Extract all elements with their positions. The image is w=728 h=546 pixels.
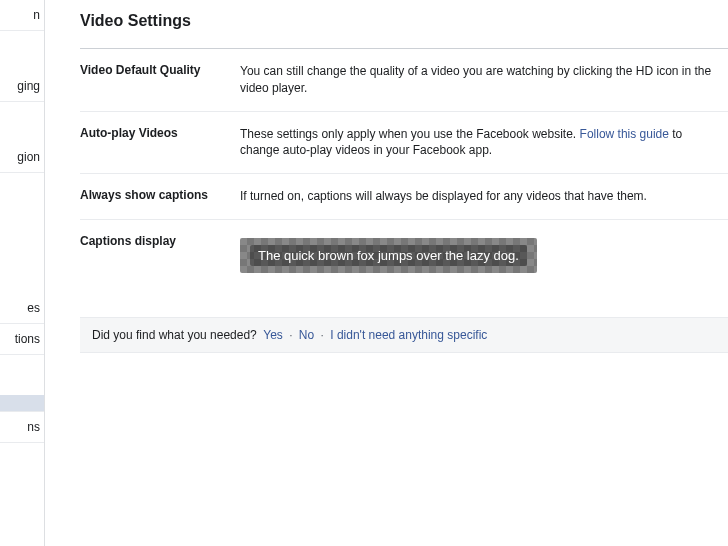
- page-title: Video Settings: [80, 12, 728, 30]
- feedback-prompt: Did you find what you needed?: [92, 328, 257, 342]
- sidebar-spacer: [0, 253, 44, 293]
- setting-row-captions-display: Captions display The quick brown fox jum…: [80, 220, 728, 287]
- sidebar-spacer: [0, 355, 44, 395]
- setting-label-autoplay: Auto-play Videos: [80, 126, 240, 160]
- main-content: Video Settings Video Default Quality You…: [55, 0, 728, 353]
- captions-preview-text: The quick brown fox jumps over the lazy …: [250, 245, 527, 266]
- sidebar-spacer: [0, 31, 44, 71]
- sidebar-item-1[interactable]: ging: [0, 71, 44, 102]
- setting-row-autoplay: Auto-play Videos These settings only app…: [80, 112, 728, 175]
- follow-guide-link[interactable]: Follow this guide: [580, 127, 669, 141]
- setting-row-captions: Always show captions If turned on, capti…: [80, 174, 728, 220]
- setting-label-captions: Always show captions: [80, 188, 240, 205]
- sidebar-spacer: [0, 213, 44, 253]
- feedback-bar: Did you find what you needed? Yes · No ·…: [80, 317, 728, 353]
- captions-preview[interactable]: The quick brown fox jumps over the lazy …: [240, 238, 537, 273]
- sidebar-item-6[interactable]: ns: [0, 412, 44, 443]
- setting-desc-video-quality: You can still change the quality of a vi…: [240, 63, 728, 97]
- setting-label-video-quality: Video Default Quality: [80, 63, 240, 97]
- feedback-none-link[interactable]: I didn't need anything specific: [330, 328, 487, 342]
- feedback-no-link[interactable]: No: [299, 328, 314, 342]
- sidebar-item-4[interactable]: tions: [0, 324, 44, 355]
- setting-desc-autoplay: These settings only apply when you use t…: [240, 126, 728, 160]
- sidebar-item-3[interactable]: es: [0, 293, 44, 324]
- sidebar-item-label: ging: [17, 79, 40, 93]
- sidebar-item-2[interactable]: gion: [0, 142, 44, 173]
- feedback-yes-link[interactable]: Yes: [263, 328, 283, 342]
- sidebar-item-0[interactable]: n: [0, 0, 44, 31]
- captions-preview-container: The quick brown fox jumps over the lazy …: [240, 234, 728, 273]
- left-sidebar: n ging gion es tions ns: [0, 0, 45, 546]
- sidebar-spacer: [0, 173, 44, 213]
- sidebar-item-label: es: [27, 301, 40, 315]
- separator: ·: [321, 328, 324, 342]
- sidebar-item-label: gion: [17, 150, 40, 164]
- sidebar-item-5[interactable]: [0, 395, 44, 412]
- separator: ·: [289, 328, 292, 342]
- autoplay-desc-pre: These settings only apply when you use t…: [240, 127, 580, 141]
- sidebar-item-label: n: [33, 8, 40, 22]
- settings-section: Video Default Quality You can still chan…: [80, 48, 728, 287]
- sidebar-item-label: ns: [27, 420, 40, 434]
- sidebar-item-label: tions: [15, 332, 40, 346]
- sidebar-spacer: [0, 102, 44, 142]
- setting-label-captions-display: Captions display: [80, 234, 240, 273]
- setting-desc-captions: If turned on, captions will always be di…: [240, 188, 728, 205]
- setting-row-video-quality: Video Default Quality You can still chan…: [80, 49, 728, 112]
